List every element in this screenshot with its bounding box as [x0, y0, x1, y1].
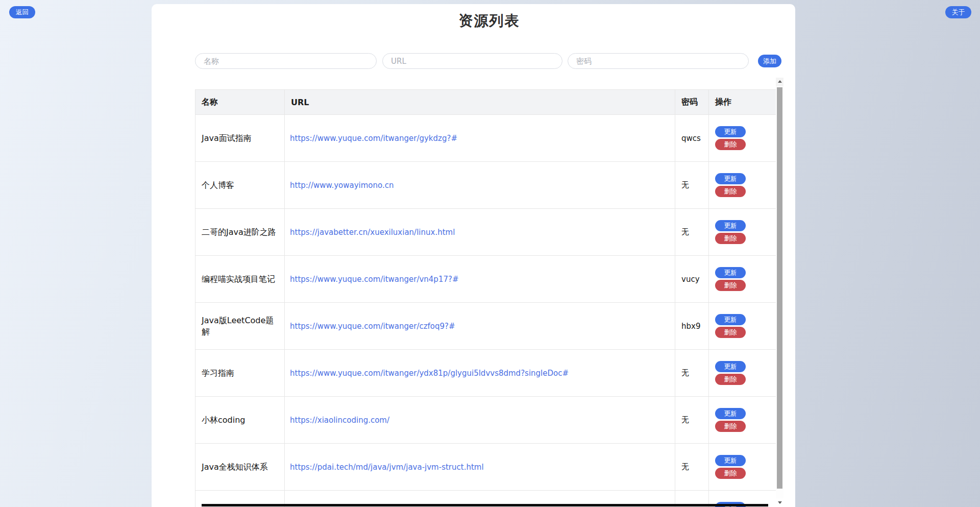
about-button[interactable]: 关于 [945, 6, 971, 18]
password-input[interactable] [568, 53, 749, 69]
cell-name: 二哥的Java进阶之路 [195, 209, 285, 256]
header-url: URL [285, 90, 675, 115]
table-row: 小林coding https://xiaolincoding.com/ 无 更新… [195, 397, 776, 444]
delete-button[interactable]: 删除 [715, 421, 746, 432]
resource-table-container: 名称 URL 密码 操作 Java面试指南 https://www.yuque.… [195, 78, 783, 507]
delete-button[interactable]: 删除 [715, 139, 746, 150]
cell-name: 学习指南 [195, 350, 285, 397]
delete-button[interactable]: 删除 [715, 468, 746, 479]
resource-link[interactable]: https://pdai.tech/md/java/jvm/java-jvm-s… [290, 463, 484, 472]
delete-button[interactable]: 删除 [715, 280, 746, 291]
cell-password: vucy [675, 256, 709, 303]
resource-password: 无 [681, 368, 689, 377]
resource-password: 无 [681, 415, 689, 424]
table-row: 二哥的Java进阶之路 https://javabetter.cn/xuexil… [195, 209, 776, 256]
cell-password: hbx9 [675, 303, 709, 350]
cell-password: 无 [675, 444, 709, 491]
cell-password: 无 [675, 209, 709, 256]
cell-url: https://pdai.tech/md/java/jvm/java-jvm-s… [285, 444, 675, 491]
resource-table: 名称 URL 密码 操作 Java面试指南 https://www.yuque.… [195, 89, 776, 507]
delete-button[interactable]: 删除 [715, 233, 746, 244]
table-body: Java面试指南 https://www.yuque.com/itwanger/… [195, 115, 776, 507]
cell-actions: 更新 删除 [709, 256, 776, 303]
resource-link[interactable]: https://www.yuque.com/itwanger/czfoq9?# [290, 322, 455, 331]
update-button[interactable]: 更新 [715, 314, 746, 325]
page-title: 资源列表 [195, 11, 783, 31]
content-card: 资源列表 添加 名称 URL 密码 操作 Java面试指南 https://ww… [152, 4, 795, 507]
table-row: Java版LeetCode题解 https://www.yuque.com/it… [195, 303, 776, 350]
resource-link[interactable]: https://www.yuque.com/itwanger/ydx81p/gl… [290, 369, 569, 378]
cell-name: Java面试指南 [195, 115, 285, 162]
delete-button[interactable]: 删除 [715, 186, 746, 197]
update-button[interactable]: 更新 [715, 173, 746, 184]
update-button[interactable]: 更新 [715, 455, 746, 466]
cell-url: https://www.yuque.com/itwanger/ydx81p/gl… [285, 350, 675, 397]
cell-url: https://xiaolincoding.com/ [285, 397, 675, 444]
table-row: 学习指南 https://www.yuque.com/itwanger/ydx8… [195, 350, 776, 397]
header-actions: 操作 [709, 90, 776, 115]
scroll-up-icon [778, 80, 782, 83]
resource-link[interactable]: https://xiaolincoding.com/ [290, 416, 389, 425]
cell-actions: 更新 删除 [709, 209, 776, 256]
scroll-up-button[interactable] [776, 78, 783, 86]
add-resource-form: 添加 [195, 53, 783, 69]
resource-password: qwcs [681, 134, 701, 143]
resource-password: hbx9 [681, 322, 700, 331]
bottom-edge-strip [202, 504, 768, 506]
scroll-down-button[interactable] [776, 498, 783, 507]
cell-password: qwcs [675, 115, 709, 162]
resource-name: 二哥的Java进阶之路 [202, 227, 276, 237]
resource-link[interactable]: https://javabetter.cn/xuexiluxian/linux.… [290, 228, 455, 237]
resource-link[interactable]: https://www.yuque.com/itwanger/gykdzg?# [290, 134, 457, 143]
header-name: 名称 [195, 90, 285, 115]
resource-name: 小林coding [202, 415, 245, 425]
cell-url: https://javabetter.cn/xuexiluxian/linux.… [285, 209, 675, 256]
resource-name: 个人博客 [202, 180, 234, 190]
cell-url: https://www.yuque.com/itwanger/vn4p17?# [285, 256, 675, 303]
url-input[interactable] [382, 53, 562, 69]
scroll-down-icon [778, 501, 782, 504]
update-button[interactable]: 更新 [715, 220, 746, 231]
resource-name: 编程喵实战项目笔记 [202, 274, 275, 284]
resource-name: Java面试指南 [202, 133, 252, 143]
cell-password: 无 [675, 350, 709, 397]
cell-url: https://www.yuque.com/itwanger/czfoq9?# [285, 303, 675, 350]
update-button[interactable]: 更新 [715, 267, 746, 278]
update-button[interactable]: 更新 [715, 126, 746, 137]
cell-actions: 更新 删除 [709, 162, 776, 209]
resource-password: 无 [681, 227, 689, 236]
cell-name: Java版LeetCode题解 [195, 303, 285, 350]
update-button[interactable]: 更新 [715, 408, 746, 419]
resource-password: 无 [681, 180, 689, 189]
table-header-row: 名称 URL 密码 操作 [195, 90, 776, 115]
table-scrollbar[interactable] [776, 78, 783, 507]
cell-name: 个人博客 [195, 162, 285, 209]
cell-name: 小林coding [195, 397, 285, 444]
cell-password: 无 [675, 397, 709, 444]
table-row: Java全栈知识体系 https://pdai.tech/md/java/jvm… [195, 444, 776, 491]
resource-name: Java全栈知识体系 [202, 462, 268, 472]
cell-name: Java全栈知识体系 [195, 444, 285, 491]
cell-actions: 更新 删除 [709, 115, 776, 162]
page-background: { "topbar": { "back_label": "返回", "about… [0, 0, 980, 507]
add-button[interactable]: 添加 [758, 55, 781, 67]
resource-name: 学习指南 [202, 368, 234, 378]
resource-link[interactable]: http://www.yowayimono.cn [290, 181, 394, 190]
update-button[interactable]: 更新 [715, 361, 746, 372]
name-input[interactable] [195, 53, 377, 69]
resource-password: vucy [681, 275, 700, 284]
delete-button[interactable]: 删除 [715, 374, 746, 385]
header-password: 密码 [675, 90, 709, 115]
cell-actions: 更新 删除 [709, 444, 776, 491]
table-row: 编程喵实战项目笔记 https://www.yuque.com/itwanger… [195, 256, 776, 303]
table-row: 个人博客 http://www.yowayimono.cn 无 更新 删除 [195, 162, 776, 209]
resource-link[interactable]: https://www.yuque.com/itwanger/vn4p17?# [290, 275, 459, 284]
resource-password: 无 [681, 462, 689, 471]
cell-actions: 更新 删除 [709, 350, 776, 397]
cell-password: 无 [675, 162, 709, 209]
resource-name: Java版LeetCode题解 [202, 316, 274, 336]
back-button[interactable]: 返回 [9, 6, 35, 18]
cell-name: 编程喵实战项目笔记 [195, 256, 285, 303]
scrollbar-thumb[interactable] [777, 87, 782, 489]
delete-button[interactable]: 删除 [715, 327, 746, 338]
